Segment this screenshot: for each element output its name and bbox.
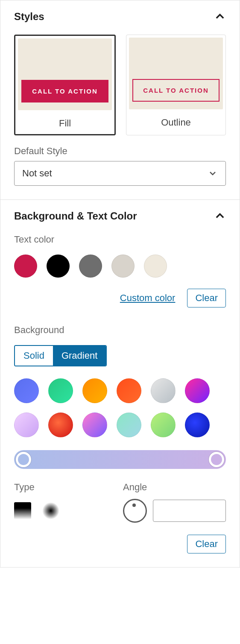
gradient-bar[interactable] xyxy=(14,450,226,469)
custom-color-link[interactable]: Custom color xyxy=(120,293,176,304)
gradient-swatch-2[interactable] xyxy=(82,378,107,403)
gradient-swatch-8[interactable] xyxy=(82,413,107,437)
bgtext-header[interactable]: Background & Text Color xyxy=(14,210,226,222)
bgtext-title: Background & Text Color xyxy=(14,210,137,222)
gradient-swatch-11[interactable] xyxy=(185,413,210,437)
angle-dial[interactable] xyxy=(123,499,147,523)
style-preview-outline: CALL TO ACTION xyxy=(129,38,223,109)
gradient-swatch-5[interactable] xyxy=(185,378,210,403)
cta-outline-button: CALL TO ACTION xyxy=(132,79,220,102)
gradient-type-radial[interactable] xyxy=(42,502,59,519)
gradient-swatch-0[interactable] xyxy=(14,378,39,403)
text-color-swatches xyxy=(14,255,226,278)
type-label: Type xyxy=(14,482,106,493)
type-column: Type xyxy=(14,482,106,523)
gradient-swatch-3[interactable] xyxy=(117,378,141,403)
default-style-label: Default Style xyxy=(14,146,226,157)
default-style-value: Not set xyxy=(22,168,52,179)
tab-solid[interactable]: Solid xyxy=(15,346,53,366)
text-swatch-0[interactable] xyxy=(14,255,37,278)
clear-text-color-button[interactable]: Clear xyxy=(187,289,226,307)
bg-tab-group: Solid Gradient xyxy=(14,345,107,366)
style-preview-fill: CALL TO ACTION xyxy=(18,38,112,110)
text-swatch-4[interactable] xyxy=(144,255,167,278)
gradient-swatch-7[interactable] xyxy=(48,413,73,437)
text-color-actions: Custom color Clear xyxy=(14,289,226,307)
style-card-fill[interactable]: CALL TO ACTION Fill xyxy=(14,35,116,135)
tab-gradient[interactable]: Gradient xyxy=(53,346,106,366)
angle-input[interactable] xyxy=(153,500,226,522)
style-card-outline[interactable]: CALL TO ACTION Outline xyxy=(126,35,226,135)
gradient-swatch-9[interactable] xyxy=(117,413,141,437)
styles-section: Styles CALL TO ACTION Fill CALL TO ACTIO… xyxy=(0,0,240,200)
chevron-down-icon xyxy=(208,168,218,179)
style-caption-outline: Outline xyxy=(126,112,225,133)
text-swatch-2[interactable] xyxy=(79,255,102,278)
bg-actions: Clear xyxy=(14,535,226,553)
gradient-type-linear[interactable] xyxy=(14,502,31,519)
gradient-swatches xyxy=(14,378,226,437)
clear-background-button[interactable]: Clear xyxy=(187,535,226,553)
gradient-swatch-6[interactable] xyxy=(14,413,39,437)
styles-title: Styles xyxy=(14,11,44,23)
angle-dial-indicator xyxy=(132,503,136,507)
chevron-up-icon xyxy=(214,11,226,23)
styles-header[interactable]: Styles xyxy=(14,11,226,23)
gradient-stop-end[interactable] xyxy=(209,452,224,467)
text-swatch-3[interactable] xyxy=(111,255,135,278)
default-style-select[interactable]: Not set xyxy=(14,161,226,186)
type-angle-row: Type Angle xyxy=(14,482,226,523)
bgtext-section: Background & Text Color Text color Custo… xyxy=(0,200,240,567)
gradient-swatch-1[interactable] xyxy=(48,378,73,403)
text-color-label: Text color xyxy=(14,234,226,245)
style-cards: CALL TO ACTION Fill CALL TO ACTION Outli… xyxy=(14,35,226,135)
settings-panel: Styles CALL TO ACTION Fill CALL TO ACTIO… xyxy=(0,0,240,568)
text-swatch-1[interactable] xyxy=(47,255,70,278)
gradient-stop-start[interactable] xyxy=(16,452,31,467)
background-label: Background xyxy=(14,325,226,336)
angle-label: Angle xyxy=(123,482,226,493)
gradient-swatch-4[interactable] xyxy=(151,378,176,403)
type-options xyxy=(14,499,106,523)
style-caption-fill: Fill xyxy=(15,113,114,134)
angle-column: Angle xyxy=(123,482,226,523)
gradient-swatch-10[interactable] xyxy=(151,413,176,437)
cta-fill-button: CALL TO ACTION xyxy=(21,80,109,102)
angle-controls xyxy=(123,499,226,523)
chevron-up-icon xyxy=(214,210,226,222)
